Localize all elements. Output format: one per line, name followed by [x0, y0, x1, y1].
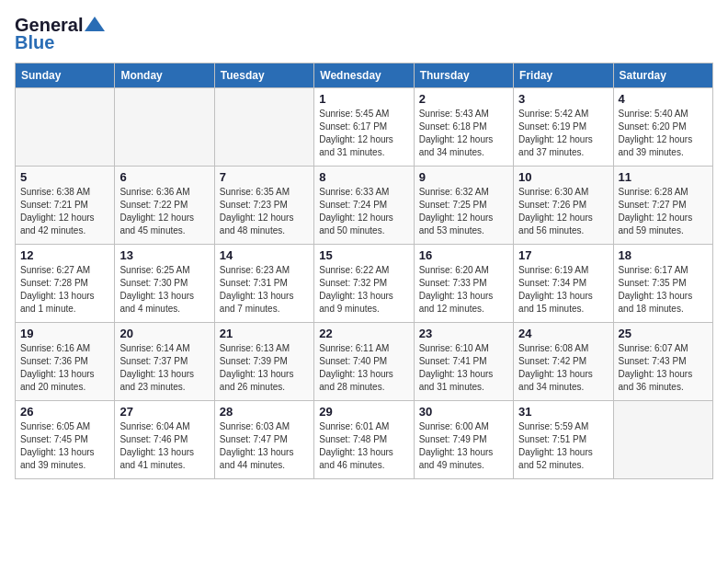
day-info: Sunrise: 6:08 AM Sunset: 7:42 PM Dayligh… — [518, 342, 608, 394]
calendar-cell: 14Sunrise: 6:23 AM Sunset: 7:31 PM Dayli… — [214, 245, 313, 323]
calendar-cell: 10Sunrise: 6:30 AM Sunset: 7:26 PM Dayli… — [514, 167, 613, 245]
column-header-friday: Friday — [514, 63, 613, 88]
day-info: Sunrise: 6:14 AM Sunset: 7:37 PM Dayligh… — [119, 342, 209, 394]
day-number: 26 — [20, 405, 109, 419]
day-number: 28 — [220, 405, 309, 419]
day-number: 9 — [419, 170, 508, 184]
day-number: 31 — [518, 405, 608, 419]
svg-marker-0 — [85, 17, 105, 31]
day-info: Sunrise: 6:28 AM Sunset: 7:27 PM Dayligh… — [619, 186, 708, 237]
calendar-table: SundayMondayTuesdayWednesdayThursdayFrid… — [15, 63, 713, 479]
calendar-cell: 22Sunrise: 6:11 AM Sunset: 7:40 PM Dayli… — [314, 323, 414, 401]
day-number: 8 — [319, 170, 408, 184]
day-info: Sunrise: 6:33 AM Sunset: 7:24 PM Dayligh… — [319, 186, 408, 237]
day-number: 17 — [518, 248, 608, 262]
day-info: Sunrise: 5:42 AM Sunset: 6:19 PM Dayligh… — [518, 108, 608, 159]
calendar-cell: 31Sunrise: 5:59 AM Sunset: 7:51 PM Dayli… — [514, 401, 613, 479]
week-row-4: 19Sunrise: 6:16 AM Sunset: 7:36 PM Dayli… — [16, 323, 713, 401]
calendar-cell — [613, 401, 712, 479]
calendar-cell: 1Sunrise: 5:45 AM Sunset: 6:17 PM Daylig… — [314, 88, 414, 167]
day-info: Sunrise: 6:01 AM Sunset: 7:48 PM Dayligh… — [319, 420, 408, 472]
column-header-tuesday: Tuesday — [214, 63, 313, 88]
day-info: Sunrise: 5:40 AM Sunset: 6:20 PM Dayligh… — [619, 108, 708, 159]
calendar-cell: 19Sunrise: 6:16 AM Sunset: 7:36 PM Dayli… — [16, 323, 115, 401]
day-number: 3 — [518, 92, 608, 106]
calendar-cell: 26Sunrise: 6:05 AM Sunset: 7:45 PM Dayli… — [16, 401, 115, 479]
day-info: Sunrise: 6:30 AM Sunset: 7:26 PM Dayligh… — [518, 186, 608, 237]
day-info: Sunrise: 5:59 AM Sunset: 7:51 PM Dayligh… — [518, 420, 608, 472]
calendar-cell: 13Sunrise: 6:25 AM Sunset: 7:30 PM Dayli… — [115, 245, 214, 323]
column-header-saturday: Saturday — [613, 63, 712, 88]
day-number: 4 — [619, 92, 708, 106]
calendar-cell — [16, 88, 115, 167]
day-info: Sunrise: 6:38 AM Sunset: 7:21 PM Dayligh… — [20, 186, 109, 237]
calendar-cell: 9Sunrise: 6:32 AM Sunset: 7:25 PM Daylig… — [414, 167, 513, 245]
day-number: 2 — [419, 92, 508, 106]
day-info: Sunrise: 5:43 AM Sunset: 6:18 PM Dayligh… — [419, 108, 508, 159]
week-row-1: 1Sunrise: 5:45 AM Sunset: 6:17 PM Daylig… — [16, 88, 713, 167]
day-number: 24 — [518, 327, 608, 340]
calendar-cell: 25Sunrise: 6:07 AM Sunset: 7:43 PM Dayli… — [613, 323, 712, 401]
logo: General Blue — [15, 15, 105, 53]
day-number: 16 — [419, 248, 508, 262]
day-info: Sunrise: 6:10 AM Sunset: 7:41 PM Dayligh… — [419, 342, 508, 394]
day-info: Sunrise: 6:20 AM Sunset: 7:33 PM Dayligh… — [419, 264, 508, 316]
day-number: 14 — [220, 248, 309, 262]
page-header: General Blue — [15, 15, 713, 53]
calendar-cell: 28Sunrise: 6:03 AM Sunset: 7:47 PM Dayli… — [214, 401, 313, 479]
week-row-3: 12Sunrise: 6:27 AM Sunset: 7:28 PM Dayli… — [16, 245, 713, 323]
calendar-cell: 20Sunrise: 6:14 AM Sunset: 7:37 PM Dayli… — [115, 323, 214, 401]
day-number: 21 — [220, 327, 309, 340]
calendar-cell: 16Sunrise: 6:20 AM Sunset: 7:33 PM Dayli… — [414, 245, 513, 323]
day-info: Sunrise: 6:03 AM Sunset: 7:47 PM Dayligh… — [220, 420, 309, 472]
day-info: Sunrise: 6:27 AM Sunset: 7:28 PM Dayligh… — [20, 264, 109, 316]
calendar-cell: 4Sunrise: 5:40 AM Sunset: 6:20 PM Daylig… — [613, 88, 712, 167]
column-header-sunday: Sunday — [16, 63, 115, 88]
day-info: Sunrise: 6:04 AM Sunset: 7:46 PM Dayligh… — [119, 420, 209, 472]
day-info: Sunrise: 6:07 AM Sunset: 7:43 PM Dayligh… — [619, 342, 708, 394]
day-number: 29 — [319, 405, 408, 419]
day-info: Sunrise: 6:00 AM Sunset: 7:49 PM Dayligh… — [419, 420, 508, 472]
calendar-cell — [214, 88, 313, 167]
calendar-cell: 23Sunrise: 6:10 AM Sunset: 7:41 PM Dayli… — [414, 323, 513, 401]
day-number: 20 — [119, 327, 209, 340]
day-number: 10 — [518, 170, 608, 184]
day-number: 12 — [20, 248, 109, 262]
day-info: Sunrise: 5:45 AM Sunset: 6:17 PM Dayligh… — [319, 108, 408, 159]
day-info: Sunrise: 6:35 AM Sunset: 7:23 PM Dayligh… — [220, 186, 309, 237]
day-number: 25 — [619, 327, 708, 340]
calendar-cell: 24Sunrise: 6:08 AM Sunset: 7:42 PM Dayli… — [514, 323, 613, 401]
day-info: Sunrise: 6:32 AM Sunset: 7:25 PM Dayligh… — [419, 186, 508, 237]
logo-icon — [85, 17, 105, 31]
column-header-monday: Monday — [115, 63, 214, 88]
calendar-cell: 5Sunrise: 6:38 AM Sunset: 7:21 PM Daylig… — [16, 167, 115, 245]
logo-blue: Blue — [15, 32, 54, 53]
day-number: 30 — [419, 405, 508, 419]
column-header-thursday: Thursday — [414, 63, 513, 88]
day-number: 15 — [319, 248, 408, 262]
calendar-cell: 7Sunrise: 6:35 AM Sunset: 7:23 PM Daylig… — [214, 167, 313, 245]
day-info: Sunrise: 6:22 AM Sunset: 7:32 PM Dayligh… — [319, 264, 408, 316]
day-number: 13 — [119, 248, 209, 262]
day-info: Sunrise: 6:23 AM Sunset: 7:31 PM Dayligh… — [220, 264, 309, 316]
calendar-cell: 3Sunrise: 5:42 AM Sunset: 6:19 PM Daylig… — [514, 88, 613, 167]
day-info: Sunrise: 6:05 AM Sunset: 7:45 PM Dayligh… — [20, 420, 109, 472]
day-number: 23 — [419, 327, 508, 340]
day-number: 6 — [119, 170, 209, 184]
calendar-cell: 18Sunrise: 6:17 AM Sunset: 7:35 PM Dayli… — [613, 245, 712, 323]
calendar-cell: 21Sunrise: 6:13 AM Sunset: 7:39 PM Dayli… — [214, 323, 313, 401]
calendar-cell: 8Sunrise: 6:33 AM Sunset: 7:24 PM Daylig… — [314, 167, 414, 245]
day-info: Sunrise: 6:25 AM Sunset: 7:30 PM Dayligh… — [119, 264, 209, 316]
calendar-cell: 6Sunrise: 6:36 AM Sunset: 7:22 PM Daylig… — [115, 167, 214, 245]
calendar-cell: 15Sunrise: 6:22 AM Sunset: 7:32 PM Dayli… — [314, 245, 414, 323]
day-number: 27 — [119, 405, 209, 419]
calendar-cell: 30Sunrise: 6:00 AM Sunset: 7:49 PM Dayli… — [414, 401, 513, 479]
calendar-body: 1Sunrise: 5:45 AM Sunset: 6:17 PM Daylig… — [16, 88, 713, 479]
day-number: 22 — [319, 327, 408, 340]
calendar-cell: 12Sunrise: 6:27 AM Sunset: 7:28 PM Dayli… — [16, 245, 115, 323]
calendar-cell: 29Sunrise: 6:01 AM Sunset: 7:48 PM Dayli… — [314, 401, 414, 479]
calendar-cell: 11Sunrise: 6:28 AM Sunset: 7:27 PM Dayli… — [613, 167, 712, 245]
day-info: Sunrise: 6:11 AM Sunset: 7:40 PM Dayligh… — [319, 342, 408, 394]
calendar-cell: 27Sunrise: 6:04 AM Sunset: 7:46 PM Dayli… — [115, 401, 214, 479]
week-row-2: 5Sunrise: 6:38 AM Sunset: 7:21 PM Daylig… — [16, 167, 713, 245]
